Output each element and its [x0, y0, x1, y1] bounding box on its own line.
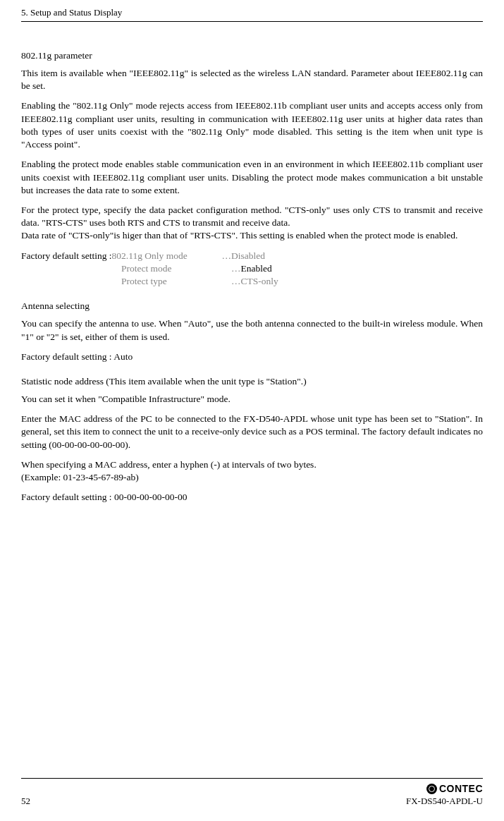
dots: …	[222, 250, 232, 262]
default-value: Disabled	[231, 250, 265, 262]
default-key: Protect mode	[121, 262, 231, 275]
contec-logo: CONTEC	[406, 783, 483, 794]
model-number: FX-DS540-APDL-U	[406, 796, 483, 807]
dots: …	[231, 275, 241, 288]
paragraph: You can set it when "Compatible Infrastr…	[21, 393, 483, 406]
default-key: Protect type	[121, 275, 231, 288]
paragraph: Enabling the "802.11g Only" mode rejects…	[21, 99, 483, 151]
paragraph: Enter the MAC address of the PC to be co…	[21, 413, 483, 451]
paragraph: Enabling the protect mode enables stable…	[21, 158, 483, 197]
section-80211g: 802.11g parameter This item is available…	[21, 50, 483, 288]
page-number: 52	[21, 796, 30, 807]
contec-brand: CONTEC	[439, 783, 483, 794]
header-title: 5. Setup and Status Display	[21, 7, 122, 18]
default-value: CTS-only	[241, 275, 278, 288]
default-row: Protect mode … Enabled	[21, 262, 483, 275]
contec-circle-icon	[426, 784, 437, 794]
section-statistic-node: Statistic node address (This item availa…	[21, 376, 483, 504]
paragraph: This item is available when "IEEE802.11g…	[21, 67, 483, 92]
default-row: Protect type … CTS-only	[21, 275, 483, 288]
section-title: Antenna selecting	[21, 300, 483, 312]
page-header: 5. Setup and Status Display	[21, 7, 483, 22]
default-row: Factory default setting : 802.11g Only m…	[21, 250, 483, 262]
paragraph: Factory default setting : 00-00-00-00-00…	[21, 491, 483, 504]
section-title: 802.11g parameter	[21, 50, 483, 61]
indent	[21, 275, 121, 288]
section-title: Statistic node address (This item availa…	[21, 376, 483, 387]
indent	[21, 262, 121, 275]
footer-right: CONTEC FX-DS540-APDL-U	[406, 783, 483, 807]
paragraph: For the protect type, specify the data p…	[21, 204, 483, 243]
factory-defaults: Factory default setting : 802.11g Only m…	[21, 250, 483, 288]
default-value: Enabled	[241, 262, 272, 275]
dots: …	[231, 262, 241, 275]
section-antenna: Antenna selecting You can specify the an…	[21, 300, 483, 363]
default-key: 802.11g Only mode	[112, 250, 222, 262]
page-footer: 52 CONTEC FX-DS540-APDL-U	[21, 778, 483, 807]
paragraph: Factory default setting : Auto	[21, 351, 483, 363]
paragraph: When specifying a MAC address, enter a h…	[21, 458, 483, 484]
paragraph: You can specify the antenna to use. When…	[21, 317, 483, 343]
defaults-label: Factory default setting :	[21, 250, 112, 262]
